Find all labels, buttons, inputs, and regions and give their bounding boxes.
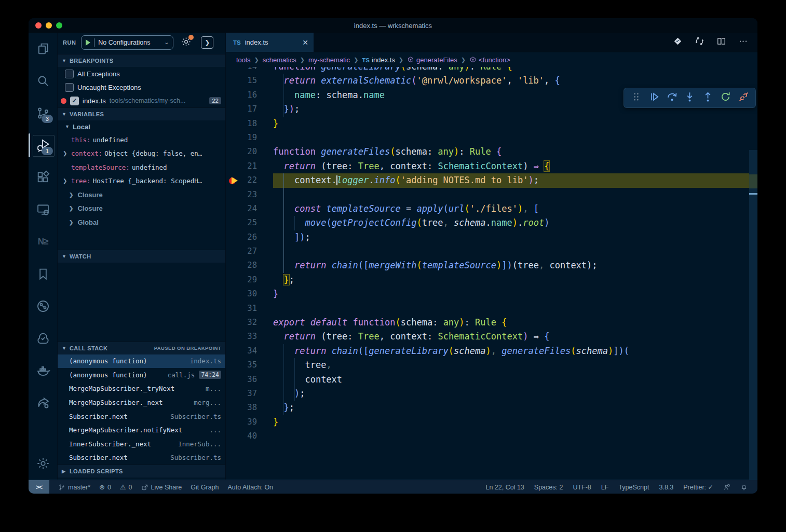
code-text[interactable]: return chain([generateLibrary(schema), g… xyxy=(273,344,749,358)
line-number[interactable]: 31 xyxy=(226,302,257,316)
variables-scope-local[interactable]: ▼ Local xyxy=(58,120,225,133)
code-line[interactable]: 15 return externalSchematic('@nrwl/works… xyxy=(226,74,749,88)
code-text[interactable]: ); xyxy=(273,387,749,401)
code-text[interactable] xyxy=(273,131,749,145)
code-text[interactable]: function generateLibrary(schema: any): R… xyxy=(273,67,749,74)
code-text[interactable] xyxy=(273,302,749,316)
split-editor-button[interactable] xyxy=(716,36,726,48)
code-text[interactable]: ]); xyxy=(273,230,749,244)
launch-config-dropdown[interactable]: No Configurations ⌄ xyxy=(81,35,173,50)
code-line[interactable]: 21 return (tree: Tree, context: Schemati… xyxy=(226,159,749,173)
code-line[interactable]: 36 context xyxy=(226,373,749,387)
activity-item-git-history[interactable] xyxy=(29,290,57,322)
variables-scope-global[interactable]: ❯Global xyxy=(58,215,225,229)
code-text[interactable]: return (tree: Tree, context: SchematicCo… xyxy=(273,159,749,173)
code-line[interactable]: 23 xyxy=(226,188,749,202)
code-line[interactable]: 18} xyxy=(226,117,749,131)
line-number[interactable]: 27 xyxy=(226,244,257,258)
statusbar-item-prettier-[interactable]: Prettier: ✓ xyxy=(683,483,713,491)
loaded-scripts-section-header[interactable]: ▶ LOADED SCRIPTS xyxy=(58,465,225,478)
line-number[interactable]: 34 xyxy=(226,344,257,358)
line-number[interactable]: 38 xyxy=(226,401,257,415)
step-into-button[interactable] xyxy=(684,91,696,105)
breakpoints-section-header[interactable]: ▼ BREAKPOINTS xyxy=(58,54,225,67)
line-number[interactable]: 36 xyxy=(226,373,257,387)
line-number[interactable]: 14 xyxy=(226,67,257,74)
call-stack-frame[interactable]: InnerSubscriber._nextInnerSub... xyxy=(58,437,225,451)
statusbar-item-git-graph[interactable]: Git Graph xyxy=(191,484,219,491)
code-line[interactable]: 22 context.logger.info('adding NOTES.md … xyxy=(226,173,749,187)
code-text[interactable] xyxy=(273,429,749,443)
code-line[interactable]: 14function generateLibrary(schema: any):… xyxy=(226,67,749,74)
breakpoint-hit-indicator[interactable] xyxy=(229,176,245,185)
code-line[interactable]: 24 const templateSource = apply(url('./f… xyxy=(226,202,749,216)
watch-section-header[interactable]: ▼ WATCH xyxy=(58,250,225,263)
step-out-button[interactable] xyxy=(702,91,714,105)
tab-index-ts[interactable]: TS index.ts ✕ xyxy=(226,33,314,52)
line-number[interactable]: 32 xyxy=(226,316,257,330)
statusbar-item-0[interactable]: ⊗0 xyxy=(99,483,111,491)
step-over-button[interactable] xyxy=(666,91,678,105)
activity-item-source-control[interactable]: 3 xyxy=(29,97,57,129)
code-line[interactable]: 34 return chain([generateLibrary(schema)… xyxy=(226,344,749,358)
breadcrumb-item[interactable]: tools xyxy=(236,56,250,64)
call-stack-frame[interactable]: (anonymous function)call.js74:24 xyxy=(58,368,225,382)
code-line[interactable]: 26 ]); xyxy=(226,230,749,244)
statusbar-item-live-share[interactable]: Live Share xyxy=(141,484,182,491)
code-line[interactable]: 37 ); xyxy=(226,387,749,401)
code-line[interactable]: 31 xyxy=(226,302,749,316)
code-line[interactable]: 40 xyxy=(226,429,749,443)
line-number[interactable]: 37 xyxy=(226,387,257,401)
call-stack-frame[interactable]: Subscriber.nextSubscriber.ts xyxy=(58,410,225,424)
code-text[interactable]: move(getProjectConfig(tree, schema.name)… xyxy=(273,216,749,230)
code-line[interactable]: 32export default function(schema: any): … xyxy=(226,316,749,330)
activity-item-files[interactable] xyxy=(29,33,57,65)
line-number[interactable]: 21 xyxy=(226,159,257,173)
line-number[interactable]: 15 xyxy=(226,74,257,88)
activity-item-search[interactable] xyxy=(29,65,57,97)
line-number[interactable]: 17 xyxy=(226,102,257,116)
code-line[interactable]: 20function generateFiles(schema: any): R… xyxy=(226,145,749,159)
activity-item-live-share-session[interactable] xyxy=(29,387,57,419)
restart-button[interactable] xyxy=(720,91,731,105)
code-text[interactable]: } xyxy=(273,287,749,301)
variable-row[interactable]: ❯context: Object {debug: false, en… xyxy=(58,147,225,161)
variable-row[interactable]: templateSource: undefined xyxy=(58,160,225,174)
variables-scope-closure[interactable]: ❯Closure xyxy=(58,202,225,216)
continue-button[interactable] xyxy=(648,91,660,105)
code-text[interactable]: context.logger.info('adding NOTES.md to … xyxy=(273,173,749,187)
code-line[interactable]: 39} xyxy=(226,415,749,429)
line-number[interactable]: 29 xyxy=(226,273,257,287)
code-text[interactable]: } xyxy=(273,117,749,131)
breakpoint-item[interactable]: ✓index.tstools/schematics/my-sch...22 xyxy=(58,94,225,107)
line-number[interactable]: 19 xyxy=(226,131,257,145)
activity-item-run-debug[interactable]: 1 xyxy=(29,129,57,161)
activity-item-bookmarks[interactable] xyxy=(29,258,57,290)
code-text[interactable]: }; xyxy=(273,273,749,287)
line-number[interactable]: 20 xyxy=(226,145,257,159)
code-line[interactable]: 30} xyxy=(226,287,749,301)
call-stack-frame[interactable]: MergeMapSubscriber._nextmerg... xyxy=(58,395,225,410)
line-number[interactable]: 24 xyxy=(226,202,257,216)
line-number[interactable]: 23 xyxy=(226,188,257,202)
code-editor[interactable]: 14function generateLibrary(schema: any):… xyxy=(226,67,757,480)
remote-indicator[interactable]: >< xyxy=(29,480,49,494)
code-text[interactable]: }; xyxy=(273,401,749,415)
code-text[interactable] xyxy=(273,244,749,258)
breakpoint-item[interactable]: Uncaught Exceptions xyxy=(58,80,225,94)
code-text[interactable]: tree, xyxy=(273,358,749,372)
call-stack-section-header[interactable]: ▼ CALL STACK PAUSED ON BREAKPOINT xyxy=(58,342,225,354)
statusbar-item-0[interactable]: ⚠0 xyxy=(120,483,132,491)
statusbar-item-master-[interactable]: master* xyxy=(58,484,90,491)
code-line[interactable]: 33 return (tree: Tree, context: Schemati… xyxy=(226,330,749,344)
code-line[interactable]: 35 tree, xyxy=(226,358,749,372)
variable-row[interactable]: this: undefined xyxy=(58,133,225,147)
line-number[interactable]: 26 xyxy=(226,230,257,244)
code-line[interactable]: 29 }; xyxy=(226,273,749,287)
call-stack-frame[interactable]: Subscriber.nextSubscriber.ts xyxy=(58,451,225,465)
code-text[interactable]: } xyxy=(273,415,749,429)
code-line[interactable]: 38 }; xyxy=(226,401,749,415)
activity-item-nx-console[interactable]: N≥ xyxy=(29,226,57,258)
code-line[interactable]: 27 xyxy=(226,244,749,258)
line-number[interactable]: 18 xyxy=(226,117,257,131)
